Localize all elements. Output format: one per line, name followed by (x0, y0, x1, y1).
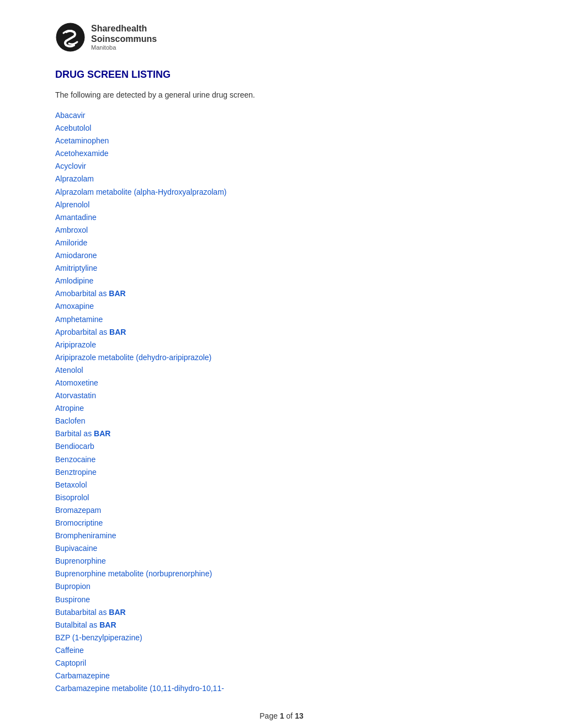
logo-health-bold: health (121, 24, 147, 33)
list-item: Atomoxetine (55, 377, 508, 389)
of-label: of (286, 711, 293, 720)
list-item: Atorvastatin (55, 389, 508, 402)
page-label: Page (259, 711, 278, 720)
list-item: Captopril (55, 657, 508, 670)
list-item: Amphetamine (55, 313, 508, 326)
list-item: Amlodipine (55, 275, 508, 287)
logo-sub: Manitoba (91, 44, 157, 51)
intro-text: The following are detected by a general … (55, 90, 508, 99)
bar-label: BAR (109, 328, 126, 336)
list-item: Alprazolam (55, 173, 508, 185)
list-item: Bromazepam (55, 504, 508, 517)
bar-label: BAR (109, 608, 125, 617)
list-item: Butalbital as BAR (55, 619, 508, 631)
list-item: Bisoprolol (55, 491, 508, 504)
list-item: Amitriptyline (55, 262, 508, 275)
logo-shared-normal: Shared (91, 24, 121, 33)
list-item: Aripiprazole metabolite (dehydro-aripipr… (55, 351, 508, 364)
logo-communs-bold: communs (115, 34, 157, 44)
list-item: Baclofen (55, 415, 508, 427)
list-item: Barbital as BAR (55, 427, 508, 440)
list-item: Acetaminophen (55, 135, 508, 147)
list-item: Betaxolol (55, 479, 508, 491)
list-item: Aprobarbital as BAR (55, 326, 508, 339)
list-item: Alprenolol (55, 199, 508, 211)
list-item: Caffeine (55, 644, 508, 657)
list-item: Benzocaine (55, 453, 508, 466)
list-item: Bupivacaine (55, 542, 508, 555)
list-item: Buprenorphine metabolite (norbuprenorphi… (55, 568, 508, 580)
list-item: Acyclovir (55, 160, 508, 173)
list-item: Buspirone (55, 593, 508, 606)
bar-label: BAR (109, 289, 125, 298)
list-item: Acebutolol (55, 122, 508, 135)
list-item: Bromocriptine (55, 517, 508, 529)
list-item: Carbamazepine (55, 670, 508, 682)
list-item: Amiodarone (55, 249, 508, 262)
logo-soins-normal: Soins (91, 34, 115, 44)
bar-label: BAR (94, 429, 110, 438)
list-item: Amoxapine (55, 300, 508, 313)
page-footer: Page 1 of 13 (55, 711, 508, 720)
list-item: Abacavir (55, 109, 508, 122)
list-item: Atenolol (55, 364, 508, 377)
list-item: Carbamazepine metabolite (10,11-dihydro-… (55, 682, 508, 695)
page-num: 1 (280, 711, 284, 720)
list-item: Benztropine (55, 466, 508, 479)
page-title: DRUG SCREEN LISTING (55, 69, 508, 81)
list-item: Bendiocarb (55, 440, 508, 453)
total-pages: 13 (295, 711, 304, 720)
list-item: Amobarbital as BAR (55, 287, 508, 300)
logo: Sharedhealth Soinscommuns Manitoba (55, 22, 157, 52)
list-item: Acetohexamide (55, 147, 508, 160)
list-item: Buprenorphine (55, 555, 508, 568)
bar-label: BAR (99, 620, 116, 629)
list-item: Alprazolam metabolite (alpha-Hydroxyalpr… (55, 186, 508, 199)
drug-list: AbacavirAcebutololAcetaminophenAcetohexa… (55, 109, 508, 695)
list-item: Ambroxol (55, 224, 508, 237)
page-header: Sharedhealth Soinscommuns Manitoba (55, 22, 508, 52)
list-item: Butabarbital as BAR (55, 606, 508, 619)
logo-icon (55, 22, 86, 52)
logo-text: Sharedhealth Soinscommuns Manitoba (91, 23, 157, 52)
list-item: Amantadine (55, 211, 508, 224)
list-item: Atropine (55, 402, 508, 415)
list-item: Amiloride (55, 237, 508, 249)
list-item: Bupropion (55, 580, 508, 593)
list-item: Aripiprazole (55, 339, 508, 351)
list-item: BZP (1-benzylpiperazine) (55, 631, 508, 644)
list-item: Brompheniramine (55, 529, 508, 542)
